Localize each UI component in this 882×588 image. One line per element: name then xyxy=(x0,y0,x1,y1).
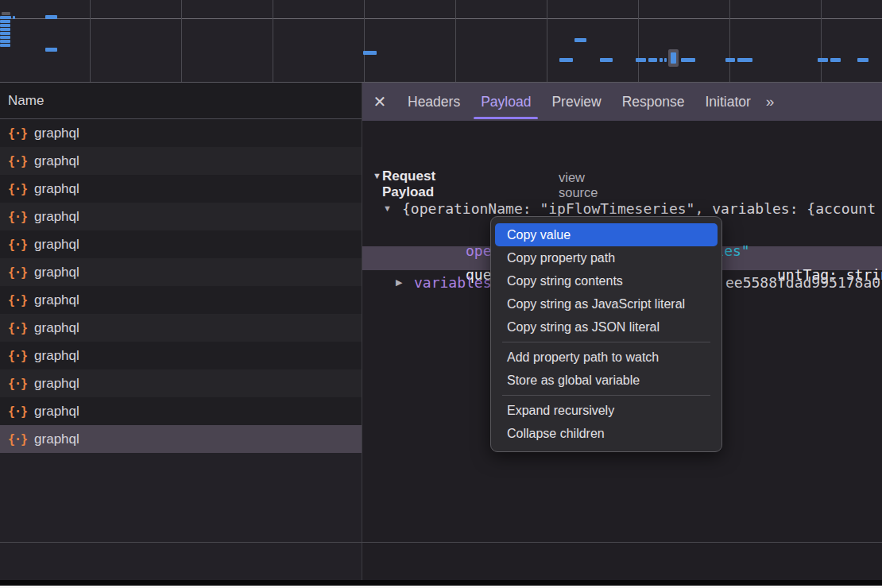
request-name-label: graphql xyxy=(34,126,79,141)
request-row[interactable]: {·}graphql xyxy=(0,147,362,175)
tab-label: Preview xyxy=(551,94,601,110)
close-icon[interactable]: ✕ xyxy=(362,92,397,111)
json-braces-icon: {·} xyxy=(8,349,27,363)
request-row[interactable]: {·}graphql xyxy=(0,314,362,342)
expand-triangle-icon[interactable]: ▼ xyxy=(383,203,392,213)
json-braces-icon: {·} xyxy=(8,265,27,280)
json-braces-icon: {·} xyxy=(8,182,27,196)
name-column-header[interactable]: Name xyxy=(0,83,362,119)
window-bottom-edge xyxy=(0,580,882,586)
tab-payload[interactable]: Payload xyxy=(470,83,541,121)
menu-item-copy-string-contents[interactable]: Copy string contents xyxy=(495,269,718,292)
tab-response[interactable]: Response xyxy=(612,83,695,121)
waterfall-bar xyxy=(664,58,667,62)
request-name-label: graphql xyxy=(34,404,79,420)
selected-tab-underline xyxy=(474,117,538,119)
context-menu: Copy valueCopy property pathCopy string … xyxy=(490,216,722,452)
request-row[interactable]: {·}graphql xyxy=(0,425,362,453)
waterfall-bar xyxy=(0,16,11,19)
waterfall-bar xyxy=(660,58,663,62)
request-row[interactable]: {·}graphql xyxy=(0,230,362,258)
overview-vertical-gridline xyxy=(729,0,730,82)
overview-vertical-gridline xyxy=(90,0,91,82)
json-braces-icon: {·} xyxy=(8,404,27,419)
status-bar-divider xyxy=(0,542,882,543)
menu-item-collapse-children[interactable]: Collapse children xyxy=(495,422,718,445)
request-name-label: graphql xyxy=(34,348,79,364)
waterfall-bar xyxy=(818,58,828,62)
requests-panel: Name {·}graphql{·}graphql{·}graphql{·}gr… xyxy=(0,83,362,580)
name-column-label: Name xyxy=(8,93,44,109)
overview-vertical-gridline xyxy=(364,0,365,82)
request-name-label: graphql xyxy=(34,181,79,197)
tab-overflow-icon[interactable]: » xyxy=(766,93,773,110)
menu-separator xyxy=(502,395,710,396)
overview-vertical-gridline xyxy=(638,0,639,82)
request-row[interactable]: {·}graphql xyxy=(0,342,362,369)
json-braces-icon: {·} xyxy=(8,293,27,308)
request-row[interactable]: {·}graphql xyxy=(0,175,362,203)
tab-headers[interactable]: Headers xyxy=(397,83,470,121)
waterfall-bar xyxy=(13,16,15,19)
waterfall-bar xyxy=(830,58,841,62)
json-braces-icon: {·} xyxy=(8,126,27,141)
json-braces-icon: {·} xyxy=(8,377,27,391)
request-row[interactable]: {·}graphql xyxy=(0,258,362,286)
request-row[interactable]: {·}graphql xyxy=(0,119,362,147)
request-name-label: graphql xyxy=(34,431,79,447)
waterfall-bar xyxy=(0,28,10,31)
request-row[interactable]: {·}graphql xyxy=(0,286,362,314)
json-braces-icon: {·} xyxy=(8,210,27,224)
menu-item-copy-string-as-javascript-literal[interactable]: Copy string as JavaScript literal xyxy=(495,292,718,315)
request-name-label: graphql xyxy=(34,237,79,253)
tab-label: Response xyxy=(622,94,685,110)
tab-label: Initiator xyxy=(705,94,750,110)
waterfall-bar xyxy=(648,58,657,62)
menu-item-add-property-path-to-watch[interactable]: Add property path to watch xyxy=(495,346,718,369)
waterfall-bar xyxy=(0,20,10,23)
overview-vertical-gridline xyxy=(455,0,456,82)
waterfall-bar xyxy=(725,58,735,62)
json-braces-icon: {·} xyxy=(8,321,27,335)
view-source-link[interactable]: view source xyxy=(559,170,598,200)
waterfall-bar xyxy=(2,12,10,15)
overview-vertical-gridline xyxy=(181,0,182,82)
waterfall-bar xyxy=(559,58,573,62)
overview-vertical-gridline xyxy=(821,0,822,82)
waterfall-bar xyxy=(0,32,10,35)
menu-item-store-as-global-variable[interactable]: Store as global variable xyxy=(495,369,718,392)
waterfall-bar xyxy=(45,48,57,52)
json-braces-icon: {·} xyxy=(8,238,27,252)
overview-horizontal-gridline xyxy=(0,18,882,19)
menu-item-expand-recursively[interactable]: Expand recursively xyxy=(495,399,718,422)
menu-item-copy-string-as-json-literal[interactable]: Copy string as JSON literal xyxy=(495,315,718,338)
root-object-preview: {operationName: "ipFlowTimeseries", vari… xyxy=(402,200,876,217)
details-tabbar: ✕ HeadersPayloadPreviewResponseInitiator… xyxy=(362,83,882,121)
overview-vertical-gridline xyxy=(547,0,547,82)
request-name-label: graphql xyxy=(34,209,79,225)
waterfall-bar xyxy=(0,44,10,47)
network-overview-timeline[interactable] xyxy=(0,0,882,83)
tab-label: Headers xyxy=(408,94,460,110)
request-row[interactable]: {·}graphql xyxy=(0,369,362,397)
request-row[interactable]: {·}graphql xyxy=(0,203,362,230)
section-collapse-icon[interactable]: ▼ xyxy=(373,171,381,180)
tab-preview[interactable]: Preview xyxy=(541,83,611,121)
json-braces-icon: {·} xyxy=(8,154,27,168)
json-braces-icon: {·} xyxy=(8,432,27,447)
waterfall-bar xyxy=(363,51,377,55)
menu-item-copy-property-path[interactable]: Copy property path xyxy=(495,246,718,269)
request-name-label: graphql xyxy=(34,265,79,280)
waterfall-bar xyxy=(0,40,10,43)
waterfall-bar xyxy=(636,58,646,62)
menu-item-copy-value[interactable]: Copy value xyxy=(495,223,718,246)
waterfall-bar xyxy=(574,38,586,42)
tab-initiator[interactable]: Initiator xyxy=(694,83,760,121)
tab-label: Payload xyxy=(481,94,531,110)
request-name-label: graphql xyxy=(34,153,79,169)
collapsed-triangle-icon[interactable]: ▶ xyxy=(396,277,402,288)
waterfall-bar xyxy=(45,15,57,19)
waterfall-bar xyxy=(681,58,695,62)
request-row[interactable]: {·}graphql xyxy=(0,397,362,425)
menu-separator xyxy=(502,342,710,342)
